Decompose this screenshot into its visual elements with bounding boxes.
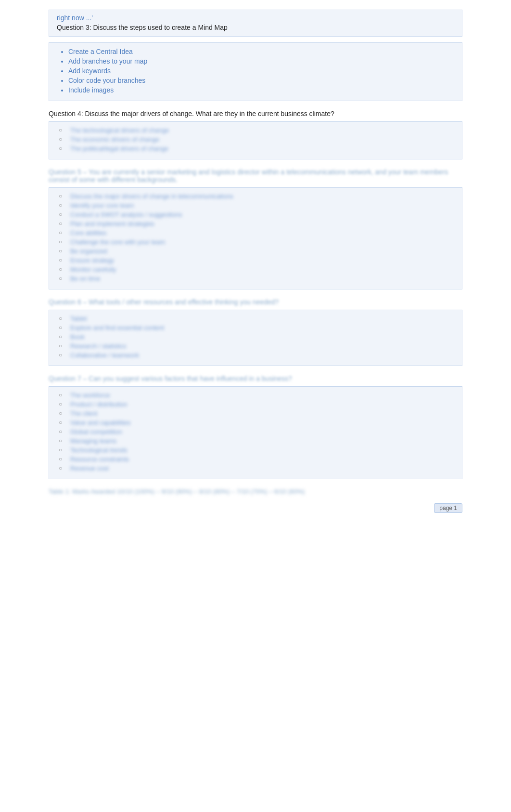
list-item: ○ Revenue cost (59, 465, 454, 472)
list-item: ○ Conduct a SWOT analysis / suggestions (59, 211, 454, 218)
right-now-text: right now ...' (57, 14, 454, 22)
list-item: ○ Challenge the core with your team (59, 238, 454, 246)
page-number: page 1 (434, 503, 462, 513)
list-item: ○ Product / distribution (59, 401, 454, 408)
list-item[interactable]: Color code your branches (68, 77, 454, 84)
list-item[interactable]: Add keywords (68, 67, 454, 75)
list-item: ○ Monitor carefully (59, 266, 454, 273)
q5-label: Question 5 – You are currently a senior … (49, 168, 462, 183)
q6-list: ○ Tablet ○ Explore and find essential co… (59, 315, 454, 359)
list-item: ○ Value and capabilities (59, 419, 454, 426)
list-item: ○ The political/legal drivers of change (59, 145, 454, 152)
q5-list-box: ○ Discuss the major drivers of change in… (49, 187, 462, 289)
list-item: ○ Core abilities (59, 229, 454, 236)
q7-list: ○ The workforce ○ Product / distribution… (59, 392, 454, 472)
list-item: ○ Explore and find essential content (59, 324, 454, 331)
q3-list-box: Create a Central Idea Add branches to yo… (49, 42, 462, 101)
q4-list: ○ The technological drivers of change ○ … (59, 127, 454, 152)
list-item: ○ Technological trends (59, 446, 454, 454)
list-item[interactable]: Include images (68, 86, 454, 94)
list-item: ○ Be on time (59, 275, 454, 282)
list-item[interactable]: Create a Central Idea (68, 48, 454, 55)
list-item: ○ Global competition (59, 428, 454, 435)
q6-label: Question 6 – What tools / other resource… (49, 298, 462, 306)
list-item: ○ Identify your core team (59, 202, 454, 209)
list-item: ○ Discuss the major drivers of change in… (59, 193, 454, 200)
list-item[interactable]: Add branches to your map (68, 57, 454, 65)
q7-list-box: ○ The workforce ○ Product / distribution… (49, 386, 462, 479)
list-item: ○ The client (59, 410, 454, 417)
q6-list-box: ○ Tablet ○ Explore and find essential co… (49, 310, 462, 366)
list-item: ○ Tablet (59, 315, 454, 322)
q7-label: Question 7 – Can you suggest various fac… (49, 375, 462, 382)
q3-title: Question 3: Discuss the steps used to cr… (57, 24, 454, 31)
page-container: right now ...' Question 3: Discuss the s… (49, 10, 462, 511)
footer-text: Table 1: Marks Awarded 10/10 (100%) – 9/… (49, 488, 462, 495)
q5-list: ○ Discuss the major drivers of change in… (59, 193, 454, 282)
list-item: ○ Resource constraints (59, 456, 454, 463)
list-item: ○ Collaborative / teamwork (59, 352, 454, 359)
top-partial-box: right now ...' Question 3: Discuss the s… (49, 10, 462, 37)
list-item: ○ Managing teams (59, 437, 454, 445)
list-item: ○ The economic drivers of change (59, 136, 454, 143)
page-number-area: page 1 (49, 505, 462, 511)
q4-label: Question 4: Discuss the major drivers of… (49, 110, 462, 118)
list-item: ○ The technological drivers of change (59, 127, 454, 134)
list-item: ○ The workforce (59, 392, 454, 399)
list-item: ○ Plan and implement strategies (59, 220, 454, 227)
q4-list-box: ○ The technological drivers of change ○ … (49, 121, 462, 159)
list-item: ○ Ensure strategy (59, 257, 454, 264)
list-item: ○ Book (59, 333, 454, 341)
q3-list: Create a Central Idea Add branches to yo… (64, 48, 454, 94)
list-item: ○ Research / statistics (59, 342, 454, 350)
list-item: ○ Be organized (59, 248, 454, 255)
